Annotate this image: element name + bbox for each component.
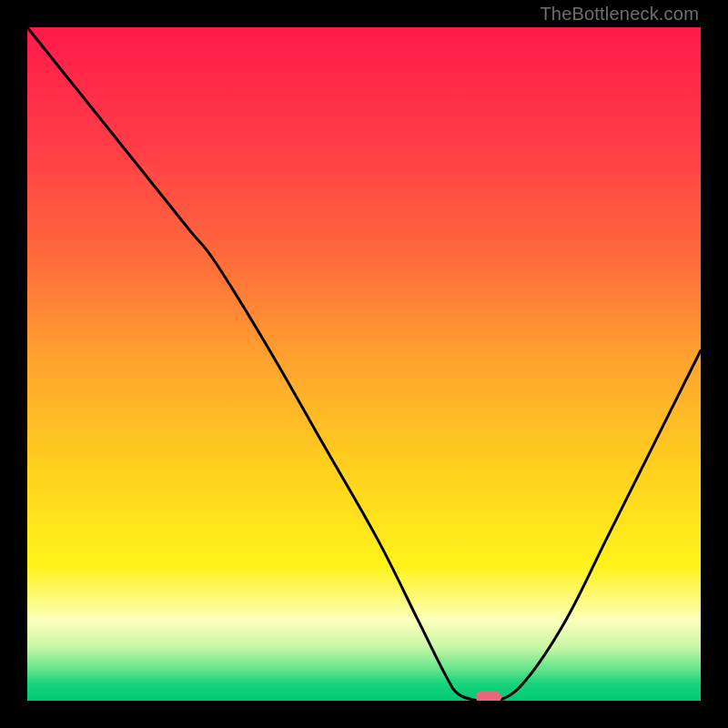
plot-area (27, 27, 701, 701)
svg-rect-0 (27, 27, 701, 701)
attribution-text: TheBottleneck.com (540, 4, 699, 25)
background-gradient (27, 27, 701, 701)
optimal-point-marker (476, 691, 501, 701)
chart-frame: TheBottleneck.com (0, 0, 728, 728)
